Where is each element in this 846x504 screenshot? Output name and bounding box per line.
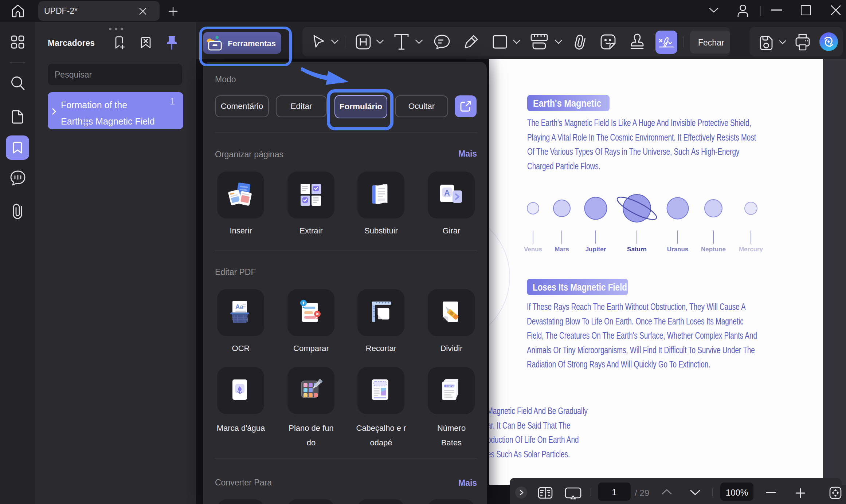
svg-text:Jupiter: Jupiter [585,246,606,253]
svg-text:A: A [444,188,450,197]
svg-text:000123: 000123 [444,384,455,388]
svg-text:Venus: Venus [524,246,542,253]
svg-text:Uranus: Uranus [667,246,689,253]
svg-text:Neptune: Neptune [701,246,726,253]
svg-text:Aa: Aa [235,303,243,310]
svg-text:Saturn: Saturn [627,246,647,253]
svg-text:Mercury: Mercury [739,246,763,253]
svg-text:Mars: Mars [555,246,569,253]
